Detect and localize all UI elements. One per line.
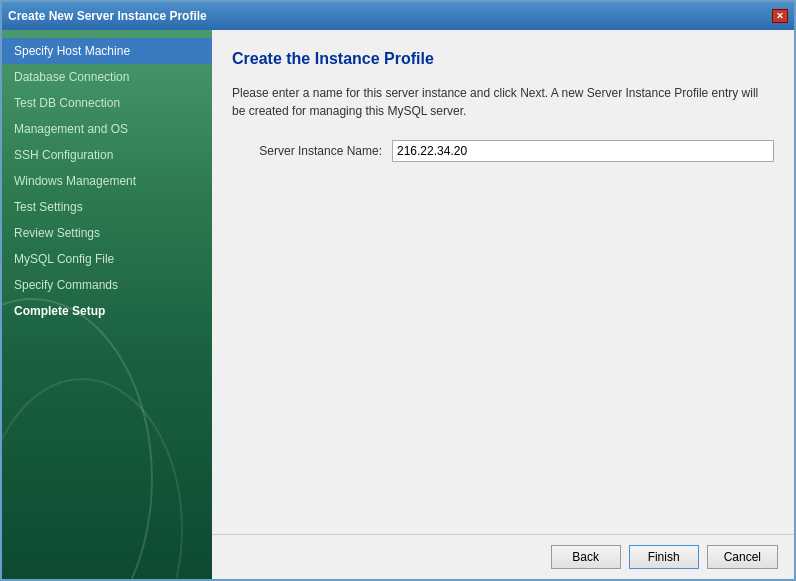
window-body: Specify Host Machine Database Connection… xyxy=(2,30,794,579)
content-title: Create the Instance Profile xyxy=(232,50,774,68)
close-button[interactable]: ✕ xyxy=(772,9,788,23)
sidebar-item-complete-setup[interactable]: Complete Setup xyxy=(2,298,212,324)
instance-name-input[interactable] xyxy=(392,140,774,162)
instance-name-row: Server Instance Name: xyxy=(232,140,774,162)
sidebar: Specify Host Machine Database Connection… xyxy=(2,30,212,579)
button-bar: Back Finish Cancel xyxy=(212,534,794,579)
window-title: Create New Server Instance Profile xyxy=(8,9,207,23)
main-content: Create the Instance Profile Please enter… xyxy=(212,30,794,534)
sidebar-item-specify-commands[interactable]: Specify Commands xyxy=(2,272,212,298)
description-text: Please enter a name for this server inst… xyxy=(232,84,774,120)
back-button[interactable]: Back xyxy=(551,545,621,569)
sidebar-item-test-db-connection[interactable]: Test DB Connection xyxy=(2,90,212,116)
content-spacer xyxy=(232,174,774,514)
sidebar-item-database-connection[interactable]: Database Connection xyxy=(2,64,212,90)
sidebar-item-review-settings[interactable]: Review Settings xyxy=(2,220,212,246)
main-window: Create New Server Instance Profile ✕ Spe… xyxy=(0,0,796,581)
cancel-button[interactable]: Cancel xyxy=(707,545,778,569)
title-bar: Create New Server Instance Profile ✕ xyxy=(2,2,794,30)
sidebar-item-management-and-os[interactable]: Management and OS xyxy=(2,116,212,142)
sidebar-item-windows-management[interactable]: Windows Management xyxy=(2,168,212,194)
sidebar-item-test-settings[interactable]: Test Settings xyxy=(2,194,212,220)
sidebar-item-ssh-configuration[interactable]: SSH Configuration xyxy=(2,142,212,168)
sidebar-item-mysql-config-file[interactable]: MySQL Config File xyxy=(2,246,212,272)
finish-button[interactable]: Finish xyxy=(629,545,699,569)
sidebar-item-specify-host-machine[interactable]: Specify Host Machine xyxy=(2,38,212,64)
instance-name-label: Server Instance Name: xyxy=(232,144,392,158)
window-controls: ✕ xyxy=(772,9,788,23)
